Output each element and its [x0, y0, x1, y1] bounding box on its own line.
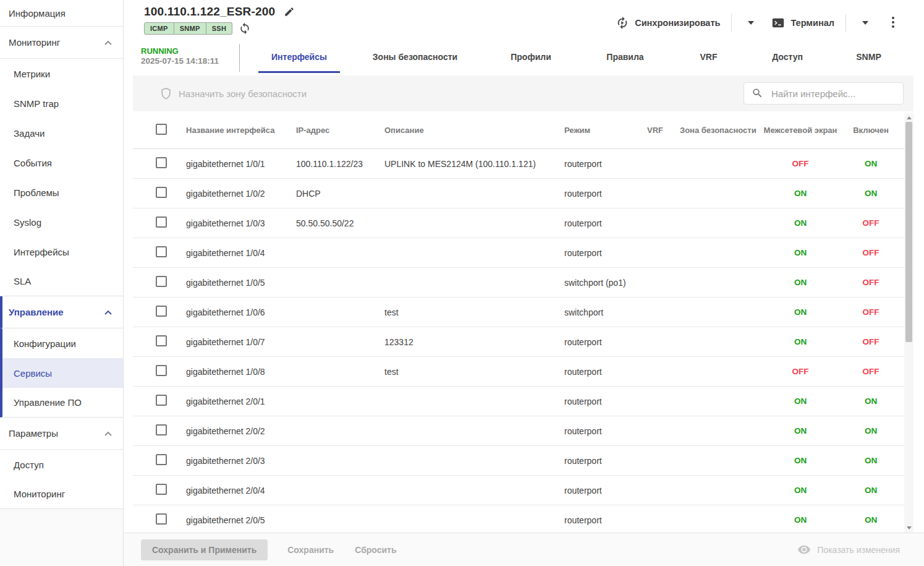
- col-header-interface-name[interactable]: Название интерфейса: [186, 126, 296, 135]
- save-button[interactable]: Сохранить: [286, 542, 335, 557]
- col-header-description[interactable]: Описание: [384, 126, 564, 135]
- col-header-ip-address[interactable]: IP-адрес: [296, 126, 384, 135]
- edit-icon[interactable]: [284, 6, 295, 17]
- sidebar-item-мониторинг[interactable]: Мониторинг: [0, 479, 123, 509]
- row-checkbox[interactable]: [156, 306, 167, 317]
- table-row[interactable]: gigabitethernet 2/0/1 routerport ON ON: [133, 387, 904, 416]
- protocol-badge-icmp: ICMP: [144, 22, 174, 35]
- row-checkbox[interactable]: [156, 187, 167, 198]
- tab-label: Доступ: [772, 52, 803, 62]
- col-header-vrf[interactable]: VRF: [640, 126, 671, 135]
- terminal-icon: [771, 16, 785, 30]
- table-row[interactable]: gigabitethernet 1/0/6 test switchport ON…: [133, 298, 904, 327]
- sidebar-item-управление-по[interactable]: Управление ПО: [0, 388, 123, 418]
- sidebar-item-конфигурации[interactable]: Конфигурации: [0, 328, 123, 358]
- reset-button[interactable]: Сбросить: [354, 542, 397, 557]
- select-all-checkbox[interactable]: [156, 124, 167, 135]
- tab-7[interactable]: SNMP: [828, 40, 910, 73]
- table-row[interactable]: gigabitethernet 1/0/1 100.110.1.122/23 U…: [133, 149, 904, 179]
- table-row[interactable]: gigabitethernet 1/0/8 test routerport OF…: [133, 357, 904, 387]
- sidebar-item-label: Доступ: [14, 460, 44, 470]
- row-checkbox[interactable]: [156, 157, 167, 168]
- sidebar-item-интерфейсы[interactable]: Интерфейсы: [0, 237, 123, 267]
- more-options-button[interactable]: [888, 14, 898, 32]
- row-checkbox[interactable]: [156, 365, 167, 376]
- tab-2[interactable]: Зоны безопасности: [349, 40, 481, 73]
- protocol-badge-snmp: SNMP: [174, 22, 206, 35]
- table-row[interactable]: gigabitethernet 1/0/2 DHCP routerport ON…: [133, 179, 904, 208]
- scroll-down-arrow-icon[interactable]: [907, 526, 912, 530]
- col-header-security-zone[interactable]: Зона безопасности: [671, 126, 763, 135]
- tab-3[interactable]: Профили: [481, 40, 580, 73]
- row-checkbox[interactable]: [156, 513, 167, 525]
- row-checkbox[interactable]: [156, 424, 167, 435]
- search-input[interactable]: [744, 82, 904, 105]
- row-checkbox[interactable]: [156, 246, 167, 257]
- description: test: [384, 307, 564, 317]
- col-header-firewall[interactable]: Межсетевой экран: [763, 126, 837, 135]
- sidebar: ИнформацияМониторингМетрикиSNMP trapЗада…: [0, 0, 124, 566]
- divider: [846, 14, 846, 32]
- interface-name: gigabitethernet 1/0/8: [186, 367, 296, 377]
- sidebar-item-sla[interactable]: SLA: [0, 267, 123, 296]
- row-checkbox[interactable]: [156, 335, 167, 346]
- row-checkbox[interactable]: [156, 395, 167, 406]
- sidebar-item-параметры[interactable]: Параметры: [0, 418, 123, 450]
- row-checkbox[interactable]: [156, 484, 167, 495]
- sidebar-item-информация[interactable]: Информация: [0, 0, 123, 27]
- sidebar-item-проблемы[interactable]: Проблемы: [0, 178, 123, 207]
- sidebar-item-label: Задачи: [14, 128, 45, 139]
- protocol-badges: ICMPSNMPSSH: [144, 22, 232, 35]
- assign-zone-button[interactable]: Назначить зону безопасности: [156, 87, 310, 101]
- synchronize-dropdown-button[interactable]: [742, 17, 760, 28]
- table-row[interactable]: gigabitethernet 1/0/3 50.50.50.50/22 rou…: [133, 208, 904, 238]
- sidebar-item-события[interactable]: События: [0, 148, 123, 178]
- sidebar-item-доступ[interactable]: Доступ: [0, 450, 123, 479]
- row-checkbox[interactable]: [156, 276, 167, 287]
- interfaces-table-body: gigabitethernet 1/0/1 100.110.1.122/23 U…: [133, 149, 904, 533]
- tab-1[interactable]: Интерфейсы: [250, 40, 349, 73]
- ip-address: 50.50.50.50/22: [296, 218, 384, 228]
- table-row[interactable]: gigabitethernet 1/0/4 routerport ON OFF: [133, 238, 904, 268]
- refresh-icon[interactable]: [239, 22, 251, 35]
- tab-6[interactable]: Доступ: [747, 40, 828, 73]
- table-row[interactable]: gigabitethernet 1/0/5 switchport (po1) O…: [133, 268, 904, 298]
- terminal-dropdown-button[interactable]: [856, 17, 875, 28]
- firewall-status: OFF: [763, 159, 837, 168]
- firewall-status: ON: [763, 515, 837, 525]
- device-status: RUNNING 2025-07-15 14:18:11: [133, 40, 232, 73]
- table-row[interactable]: gigabitethernet 2/0/5 routerport ON ON: [133, 505, 904, 533]
- sidebar-item-задачи[interactable]: Задачи: [0, 118, 123, 148]
- synchronize-button[interactable]: Синхронизировать: [614, 14, 721, 32]
- sidebar-item-управление[interactable]: Управление: [0, 296, 123, 328]
- terminal-button[interactable]: Терминал: [770, 14, 836, 32]
- vertical-scrollbar[interactable]: [904, 113, 913, 533]
- tab-5[interactable]: VRF: [670, 40, 747, 73]
- row-checkbox[interactable]: [156, 454, 167, 465]
- mode: routerport: [564, 456, 640, 466]
- sidebar-item-label: Информация: [9, 8, 66, 19]
- tab-4[interactable]: Правила: [580, 40, 670, 73]
- description: test: [384, 367, 564, 377]
- sidebar-item-метрики[interactable]: Метрики: [0, 59, 123, 88]
- interface-name: gigabitethernet 2/0/4: [186, 486, 296, 495]
- scroll-up-arrow-icon[interactable]: [907, 116, 912, 119]
- table-row[interactable]: gigabitethernet 2/0/2 routerport ON ON: [133, 416, 904, 446]
- sidebar-item-сервисы[interactable]: Сервисы: [0, 358, 123, 388]
- table-row[interactable]: gigabitethernet 1/0/7 123312 routerport …: [133, 327, 904, 357]
- sidebar-item-мониторинг[interactable]: Мониторинг: [0, 27, 123, 59]
- enabled-status: ON: [837, 456, 904, 465]
- show-changes-button[interactable]: Показать изменения: [794, 544, 904, 555]
- save-and-apply-button[interactable]: Сохранить и Применить: [141, 539, 268, 560]
- status-state: RUNNING: [141, 46, 232, 56]
- col-header-enabled[interactable]: Включен: [837, 126, 904, 135]
- sidebar-item-snmp-trap[interactable]: SNMP trap: [0, 88, 123, 118]
- interface-name: gigabitethernet 2/0/3: [186, 456, 296, 466]
- col-header-mode[interactable]: Режим: [564, 126, 640, 135]
- sidebar-item-syslog[interactable]: Syslog: [0, 207, 123, 237]
- table-row[interactable]: gigabitethernet 2/0/3 routerport ON ON: [133, 446, 904, 476]
- sidebar-item-label: Мониторинг: [14, 489, 65, 499]
- scrollbar-thumb[interactable]: [905, 122, 912, 342]
- table-row[interactable]: gigabitethernet 2/0/4 routerport ON ON: [133, 476, 904, 505]
- row-checkbox[interactable]: [156, 217, 167, 228]
